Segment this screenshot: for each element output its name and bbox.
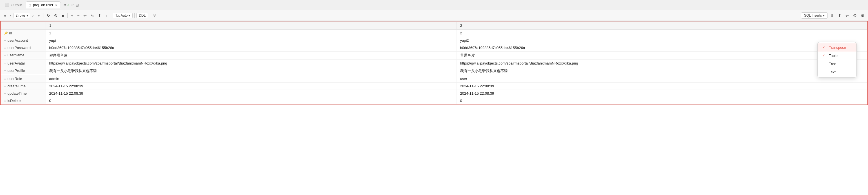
tx-auto-chevron: ▾	[128, 13, 130, 18]
value-col2[interactable]: 2024-11-15 22:08:39	[457, 90, 867, 97]
pin-button[interactable]: ⚲	[152, 12, 157, 18]
value-col1[interactable]: 程序员鱼皮	[46, 52, 457, 60]
redo-button[interactable]: ⤿	[89, 12, 96, 19]
transpose-check-icon: ✓	[822, 45, 827, 50]
key-icon: 🔑	[4, 32, 8, 35]
dropdown-item-transpose[interactable]: ✓ Transpose	[817, 44, 857, 52]
extra-button[interactable]: ↑	[104, 12, 109, 19]
layout-icon[interactable]: ⊟	[75, 3, 79, 7]
table-row[interactable]: ▭updateTime2024-11-15 22:08:392024-11-15…	[1, 90, 867, 97]
value-col2[interactable]: user	[457, 75, 867, 83]
tab-output-label: Output	[11, 3, 22, 7]
table-row[interactable]: ▭createTime2024-11-15 22:08:392024-11-15…	[1, 83, 867, 90]
table-row[interactable]: ▭userAvatarhttps://gw.alipayobjects.com/…	[1, 60, 867, 67]
undo-button[interactable]: ↩	[82, 12, 88, 19]
value-col1[interactable]: 2024-11-15 22:08:39	[46, 90, 457, 97]
value-col2[interactable]: yupi2	[457, 37, 867, 44]
table-body: 🔑id12▭userAccountyupiyupi2▭userPasswordb…	[1, 30, 867, 105]
ddl-button[interactable]: DDL	[136, 13, 148, 18]
field-icon: ▭	[4, 62, 6, 65]
transpose-label: Transpose	[829, 45, 846, 50]
output-icon: ⬜	[5, 3, 9, 7]
field-label: updateTime	[8, 91, 27, 95]
view-dropdown-menu: ✓ Transpose ✓ Table Tree Text	[817, 42, 857, 78]
dropdown-item-table[interactable]: ✓ Table	[817, 52, 857, 60]
field-icon: ▭	[4, 39, 6, 42]
value-col1[interactable]: 我有一头小毛驴我从来也不骑	[46, 67, 457, 75]
tab-tx: Tx ✓ ↩	[62, 3, 74, 7]
add-row-button[interactable]: +	[69, 12, 75, 19]
table-header: 1 2	[1, 22, 867, 30]
field-label: userAccount	[8, 38, 28, 43]
value-col2[interactable]: 普通鱼皮	[457, 52, 867, 60]
table-row[interactable]: 🔑id12	[1, 30, 867, 37]
field-icon: ▭	[4, 77, 6, 80]
field-label: id	[9, 31, 12, 35]
toolbar: « ‹ 2 rows ▾ › » ↻ ⊙ ■ + − ↩ ⤿ ⬆ ↑ Tx: A…	[0, 10, 868, 21]
field-label: userName	[8, 53, 25, 57]
sql-inserts-button[interactable]: SQL Inserts ▾	[801, 12, 828, 19]
export-icon[interactable]: ⬆	[836, 12, 843, 19]
table-label: Table	[829, 54, 838, 58]
value-col1[interactable]: 0	[46, 97, 457, 105]
dropdown-item-text[interactable]: Text	[817, 68, 857, 76]
dropdown-item-tree[interactable]: Tree	[817, 60, 857, 68]
value-col1[interactable]: 1	[46, 30, 457, 37]
upload-button[interactable]: ⬆	[96, 12, 103, 19]
value-col2[interactable]: https://gw.alipayobjects.com/zos/rmsport…	[457, 60, 867, 67]
table-row[interactable]: ▭userAccountyupiyupi2	[1, 37, 867, 44]
value-col1[interactable]: b0dd3697a192885d7c055db46155b26a	[46, 44, 457, 52]
tab-output[interactable]: ⬜ Output	[2, 2, 25, 8]
value-col1[interactable]: https://gw.alipayobjects.com/zos/rmsport…	[46, 60, 457, 67]
field-icon: ▭	[4, 85, 6, 88]
remove-row-button[interactable]: −	[75, 12, 81, 19]
download-icon[interactable]: ⬇	[829, 12, 835, 19]
swap-icon[interactable]: ⇌	[844, 12, 850, 19]
table-row[interactable]: ▭userName程序员鱼皮普通鱼皮	[1, 52, 867, 60]
table-container: 1 2 🔑id12▭userAccountyupiyupi2▭userPassw…	[0, 21, 868, 195]
divider-3	[111, 13, 111, 18]
nav-last-button[interactable]: »	[36, 12, 41, 19]
text-label: Text	[829, 70, 836, 74]
field-cell: ▭userAccount	[1, 37, 46, 44]
value-col2[interactable]: 0	[457, 97, 867, 105]
clock-button[interactable]: ⊙	[52, 12, 59, 19]
tab-close-button[interactable]: ×	[55, 3, 58, 7]
field-cell: ▭userAvatar	[1, 60, 46, 67]
table-row[interactable]: ▭userPasswordb0dd3697a192885d7c055db4615…	[1, 44, 867, 52]
table-border: 1 2 🔑id12▭userAccountyupiyupi2▭userPassw…	[0, 21, 868, 105]
value-col2[interactable]: 2	[457, 30, 867, 37]
table-row[interactable]: ▭userRoleadminuser	[1, 75, 867, 83]
tab-proj-db-user-label: proj_db.user	[33, 3, 53, 7]
field-label: userProfile	[8, 68, 25, 73]
col-header-2: 2	[457, 22, 867, 30]
tx-auto-select[interactable]: Tx: Auto ▾	[113, 13, 133, 18]
value-col1[interactable]: admin	[46, 75, 457, 83]
value-col2[interactable]: 我有一头小毛驴我从来也不骑	[457, 67, 867, 75]
nav-first-button[interactable]: «	[2, 12, 8, 19]
divider-1	[43, 13, 43, 18]
nav-next-button[interactable]: ›	[31, 12, 35, 19]
field-cell: ▭userName	[1, 52, 46, 59]
field-icon: ▭	[4, 99, 6, 102]
col-header-field	[1, 22, 46, 30]
table-row[interactable]: ▭userProfile我有一头小毛驴我从来也不骑我有一头小毛驴我从来也不骑	[1, 67, 867, 75]
row-count-chevron: ▾	[27, 13, 28, 18]
stop-button[interactable]: ■	[60, 12, 65, 19]
field-cell: ▭updateTime	[1, 90, 46, 97]
value-col1[interactable]: 2024-11-15 22:08:39	[46, 83, 457, 90]
tab-tx-label: Tx	[62, 3, 66, 7]
settings-icon[interactable]: ⚙	[859, 12, 866, 19]
value-col2[interactable]: b0dd3697a192885d7c055db46155b26a	[457, 44, 867, 52]
view-icon[interactable]: ⊙	[852, 12, 858, 19]
table-check-icon: ✓	[822, 54, 827, 58]
field-cell: ▭userPassword	[1, 44, 46, 51]
value-col1[interactable]: yupi	[46, 37, 457, 44]
row-count-select[interactable]: 2 rows ▾	[13, 13, 30, 18]
field-label: isDelete	[8, 99, 21, 103]
refresh-button[interactable]: ↻	[45, 12, 52, 19]
value-col2[interactable]: 2024-11-15 22:08:39	[457, 83, 867, 90]
nav-prev-button[interactable]: ‹	[8, 12, 13, 19]
table-row[interactable]: ▭isDelete00	[1, 97, 867, 105]
tab-proj-db-user[interactable]: ⊞ proj_db.user ×	[26, 1, 61, 8]
